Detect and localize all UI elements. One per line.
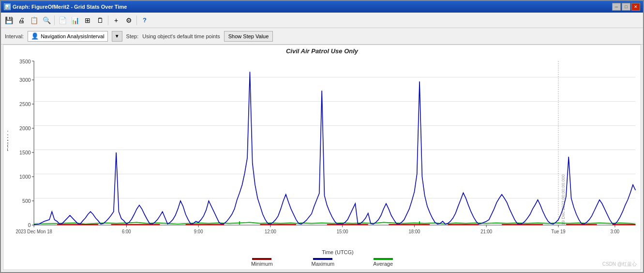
zoom-button[interactable]: 🔍 bbox=[41, 15, 52, 26]
svg-text:1000: 1000 bbox=[19, 174, 31, 180]
step-label: Step: bbox=[126, 33, 139, 39]
svg-text:6:00: 6:00 bbox=[122, 228, 131, 234]
svg-text:3000: 3000 bbox=[19, 77, 31, 83]
interval-bar: Interval: 👤 Navigation AnalysisInterval … bbox=[1, 28, 643, 45]
x-axis-label: Time (UTCG) bbox=[3, 249, 641, 255]
svg-text:19 Dec 2023 00:00:00.000: 19 Dec 2023 00:00:00.000 bbox=[561, 174, 566, 225]
maximize-button[interactable]: □ bbox=[622, 3, 630, 11]
close-button[interactable]: ✕ bbox=[631, 3, 640, 11]
grid-button[interactable]: ⊞ bbox=[82, 15, 93, 26]
svg-text:3:00: 3:00 bbox=[611, 228, 620, 234]
svg-text:1500: 1500 bbox=[19, 150, 31, 155]
save-button[interactable]: 💾 bbox=[3, 15, 15, 26]
chart-svg: 0 500 1000 1500 2000 2500 bbox=[8, 56, 641, 249]
svg-text:500: 500 bbox=[22, 198, 31, 204]
main-window: 📊 Graph: FigureOfMerit2 - Grid Stats Ove… bbox=[0, 0, 644, 273]
minimum-line bbox=[252, 258, 271, 260]
window-icon: 📊 bbox=[4, 3, 11, 10]
interval-label: Interval: bbox=[5, 33, 24, 39]
interval-select[interactable]: 👤 Navigation AnalysisInterval bbox=[28, 31, 107, 42]
svg-text:18:00: 18:00 bbox=[409, 228, 420, 234]
properties-button[interactable]: 📄 bbox=[57, 15, 68, 26]
chart-legend: Minimum Maximum Average bbox=[3, 256, 641, 270]
svg-text:12:00: 12:00 bbox=[265, 228, 276, 234]
svg-text:3500: 3500 bbox=[19, 58, 31, 64]
svg-text:0: 0 bbox=[28, 222, 31, 228]
svg-text:2023 Dec Mon 18: 2023 Dec Mon 18 bbox=[15, 228, 52, 234]
svg-text:9:00: 9:00 bbox=[194, 228, 203, 234]
svg-text:15:00: 15:00 bbox=[337, 228, 348, 234]
settings-button[interactable]: ⚙ bbox=[123, 15, 135, 26]
maximum-line bbox=[313, 258, 332, 260]
svg-text:2000: 2000 bbox=[19, 125, 31, 131]
watermark: CSDN @红蓝心 bbox=[602, 261, 637, 268]
legend-minimum: Minimum bbox=[251, 258, 273, 267]
title-bar: 📊 Graph: FigureOfMerit2 - Grid Stats Ove… bbox=[1, 1, 643, 13]
step-value: Using object's default time points bbox=[142, 33, 220, 39]
chart-title: Civil Air Patrol Use Only bbox=[3, 45, 641, 56]
svg-text:2500: 2500 bbox=[19, 101, 31, 107]
window-title: Graph: FigureOfMerit2 - Grid Stats Over … bbox=[13, 4, 127, 10]
show-step-button[interactable]: Show Step Value bbox=[224, 31, 273, 42]
svg-rect-0 bbox=[8, 56, 641, 249]
title-bar-left: 📊 Graph: FigureOfMerit2 - Grid Stats Ove… bbox=[4, 3, 127, 10]
toolbar-separator-1 bbox=[54, 15, 55, 25]
toolbar-separator-2 bbox=[108, 15, 108, 25]
add-button[interactable]: + bbox=[110, 15, 122, 26]
minimum-label: Minimum bbox=[251, 261, 273, 267]
legend-average: Average bbox=[373, 258, 393, 267]
interval-dropdown[interactable]: ▼ bbox=[112, 31, 122, 42]
chart-wrapper: Civil Air Patrol Use Only FOM Value bbox=[3, 45, 641, 270]
minimize-button[interactable]: ─ bbox=[612, 3, 621, 11]
copy-button[interactable]: 📋 bbox=[28, 15, 40, 26]
chart-type-button[interactable]: 📊 bbox=[69, 15, 81, 26]
toolbar-separator-3 bbox=[136, 15, 137, 25]
maximum-label: Maximum bbox=[312, 261, 335, 267]
svg-text:Tue 19: Tue 19 bbox=[551, 228, 565, 234]
table-button[interactable]: 🗒 bbox=[94, 15, 106, 26]
help-button[interactable]: ? bbox=[139, 15, 150, 26]
legend-maximum: Maximum bbox=[312, 258, 335, 267]
average-label: Average bbox=[373, 261, 393, 267]
average-line bbox=[374, 258, 393, 260]
title-bar-controls: ─ □ ✕ bbox=[612, 3, 640, 11]
svg-text:21:00: 21:00 bbox=[480, 228, 492, 234]
print-button[interactable]: 🖨 bbox=[15, 15, 27, 26]
toolbar: 💾 🖨 📋 🔍 📄 📊 ⊞ 🗒 + ⚙ ? bbox=[1, 13, 643, 28]
interval-value: Navigation AnalysisInterval bbox=[41, 33, 104, 39]
